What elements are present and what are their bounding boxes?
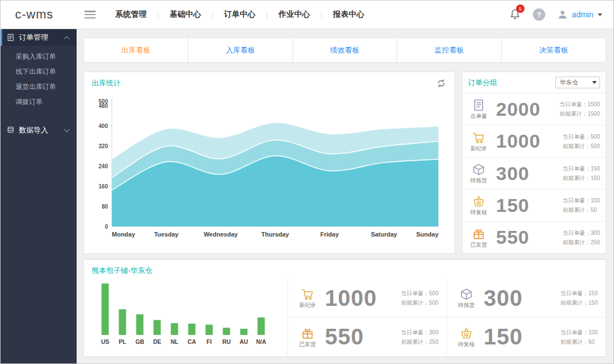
stat-detail: 当日单量：100前期累计：50 — [560, 328, 598, 347]
document-icon: 总单量 — [466, 98, 492, 120]
stat-value: 1000 — [496, 130, 541, 152]
refresh-icon[interactable] — [436, 78, 447, 89]
stat-detail: 当日单量：150前期累计：150 — [563, 164, 600, 183]
sidebar-section-label: 数据导入 — [19, 125, 48, 135]
top-nav-item-3[interactable]: 订单中心 — [214, 10, 266, 20]
order-group-panel: 订单分组 华东仓 总单量2000当日单量：1500前期累计：1500新纪录100… — [462, 72, 606, 254]
stat-label: 待拣货 — [454, 301, 479, 309]
svg-text:Saturday: Saturday — [371, 231, 398, 238]
panel-title: 订单分组 — [468, 78, 497, 88]
svg-text:AU: AU — [239, 338, 248, 345]
svg-text:320: 320 — [98, 143, 108, 149]
stat-detail: 当日单量：500前期累计：500 — [563, 132, 600, 151]
top-nav-item-5[interactable]: 报表中心 — [323, 10, 375, 20]
stat-box: 待拣货300当日单量：150前期累计：150 — [447, 279, 606, 318]
stat-daily: 当日单量：1500 — [560, 100, 600, 109]
tab-3[interactable]: 绩效看板 — [293, 37, 398, 63]
stat-detail: 当日单量：500前期累计：500 — [401, 289, 438, 308]
store-stat-grid: 新纪录1000当日单量：500前期累计：500待拣货300当日单量：150前期累… — [287, 279, 606, 356]
stat-detail: 当日单量：1500前期累计：1500 — [560, 100, 600, 119]
outbound-stats-panel: 出库统计 080160240320400480500MondayTuesdayW… — [83, 72, 455, 254]
chevron-up-icon — [64, 36, 70, 41]
stat-value: 550 — [325, 324, 364, 349]
stat-cumulative: 前期累计：500 — [563, 141, 600, 151]
stat-label: 待复核 — [466, 209, 492, 216]
menu-toggle-icon[interactable] — [84, 11, 96, 18]
stat-cumulative: 前期累计：50 — [563, 205, 600, 215]
svg-text:500: 500 — [98, 98, 108, 105]
basket-icon: 待复核 — [454, 326, 479, 348]
sidebar-submenu: 采购入库订单线下出库订单退货出库订单调拨订单 — [1, 46, 77, 114]
stat-detail: 当日单量：150前期累计：150 — [560, 289, 598, 308]
chevron-down-icon — [64, 127, 70, 133]
stat-daily: 当日单量：100 — [560, 328, 598, 337]
svg-text:DE: DE — [153, 338, 162, 345]
panel-title: 出库统计 — [92, 78, 121, 88]
stat-value: 2000 — [496, 98, 541, 120]
svg-text:80: 80 — [102, 204, 108, 210]
store-panel: 熊本包子铺-华东仓 USPLGBDENLCAFIRUAUN/A 新纪录1000当… — [83, 259, 606, 357]
svg-text:N/A: N/A — [256, 338, 267, 345]
box-icon: 待拣货 — [466, 162, 492, 185]
svg-text:Monday: Monday — [112, 231, 135, 238]
gift-icon: 已发货 — [466, 226, 492, 249]
svg-text:NL: NL — [171, 338, 179, 345]
stat-daily: 当日单量：300 — [563, 228, 600, 238]
sidebar-item-3[interactable]: 退货出库订单 — [1, 79, 77, 94]
sidebar-section-label: 订单管理 — [19, 32, 48, 42]
stat-basket: 待复核150当日单量：100前期累计：50 — [447, 318, 606, 356]
sidebar-item-1[interactable]: 采购入库订单 — [1, 49, 77, 64]
tab-4[interactable]: 监控看板 — [397, 37, 502, 63]
cart-icon: 新纪录 — [466, 130, 492, 153]
stat-label: 待拣货 — [466, 177, 492, 185]
stat-basket: 待复核150当日单量：100前期累计：50 — [462, 189, 606, 221]
notifications-button[interactable]: 5 — [508, 8, 522, 21]
box-icon: 待拣货 — [454, 287, 479, 309]
top-bar: c-wms 系统管理|基础中心|订单中心|作业中心|报表中心 5 ? admin — [1, 1, 613, 29]
svg-text:PL: PL — [119, 338, 126, 345]
notification-badge: 5 — [516, 4, 525, 13]
stat-cumulative: 前期累计：250 — [563, 238, 600, 247]
help-button[interactable]: ? — [533, 8, 545, 21]
chevron-down-icon — [598, 13, 602, 16]
stat-label: 已发货 — [466, 241, 492, 249]
country-bar-chart: USPLGBDENLCAFIRUAUN/A — [93, 279, 283, 351]
svg-text:400: 400 — [98, 123, 108, 129]
stat-value: 150 — [496, 195, 530, 216]
sidebar-section-data-import[interactable]: 数据导入 — [1, 122, 77, 139]
stat-daily: 当日单量：150 — [560, 289, 598, 298]
stat-value: 550 — [496, 226, 530, 248]
top-nav-item-4[interactable]: 作业中心 — [268, 10, 320, 20]
stat-cart: 新纪录1000当日单量：500前期累计：500 — [462, 125, 606, 157]
active-accent-bar — [1, 29, 2, 46]
tab-2[interactable]: 入库看板 — [188, 37, 293, 63]
top-nav-item-1[interactable]: 系统管理 — [105, 10, 157, 20]
user-menu[interactable]: admin — [556, 8, 602, 21]
stat-cart: 新纪录1000当日单量：500前期累计：500 — [288, 279, 447, 318]
tab-1[interactable]: 出库看板 — [83, 37, 188, 63]
stat-detail: 当日单量：300前期累计：250 — [563, 228, 600, 247]
sidebar-item-2[interactable]: 线下出库订单 — [1, 64, 77, 79]
sidebar-item-4[interactable]: 调拨订单 — [1, 94, 77, 110]
svg-text:FI: FI — [206, 338, 211, 345]
svg-text:160: 160 — [98, 183, 108, 190]
sidebar-section-order-management[interactable]: 订单管理 — [1, 29, 77, 46]
panel-title: 熊本包子铺-华东仓 — [92, 266, 152, 276]
stat-document: 总单量2000当日单量：1500前期累计：1500 — [462, 93, 606, 125]
svg-text:240: 240 — [98, 163, 108, 169]
stat-detail: 当日单量：300前期累计：250 — [401, 328, 438, 347]
tab-bar: 出库看板入库看板绩效看板监控看板决策看板 — [83, 37, 606, 63]
warehouse-select[interactable]: 华东仓 — [555, 77, 600, 88]
database-icon — [6, 126, 15, 135]
svg-text:Friday: Friday — [320, 231, 339, 238]
stat-daily: 当日单量：500 — [401, 289, 438, 298]
app-logo: c-wms — [1, 7, 77, 22]
stat-daily: 当日单量：150 — [563, 164, 600, 173]
top-nav-item-2[interactable]: 基础中心 — [159, 10, 211, 20]
stat-daily: 当日单量：100 — [563, 196, 600, 205]
order-doc-icon — [6, 33, 15, 42]
tab-5[interactable]: 决策看板 — [502, 37, 606, 63]
stat-cumulative: 前期累计：250 — [401, 337, 438, 347]
main-content: 出库看板入库看板绩效看板监控看板决策看板 出库统计 08016024032040… — [77, 29, 613, 363]
stat-label: 新纪录 — [295, 301, 320, 309]
